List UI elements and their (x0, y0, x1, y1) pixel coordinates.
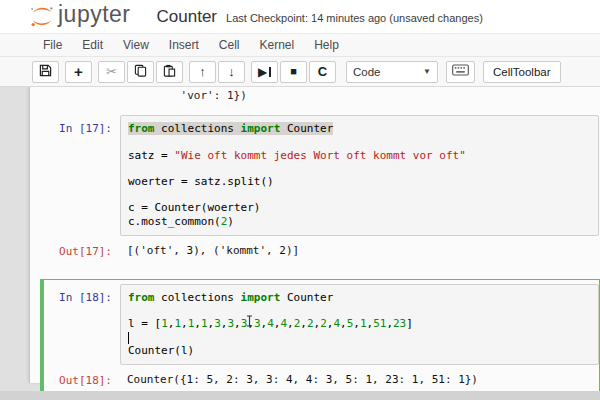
floppy-icon (39, 64, 52, 80)
jupyter-logo[interactable]: jupyter (29, 3, 131, 30)
chevron-down-icon: ▼ (423, 67, 431, 76)
scissors-icon: ✂ (106, 65, 117, 78)
interrupt-kernel-button[interactable]: ■ (280, 61, 307, 83)
scrolled-output-remnant: 'vor': 1}) (121, 89, 600, 102)
menu-item-kernel[interactable]: Kernel (250, 34, 305, 57)
toolbar-group: + (65, 61, 92, 83)
jupyter-logo-text: jupyter (58, 1, 131, 28)
restart-kernel-button[interactable]: C (309, 61, 336, 83)
code-input-area[interactable]: from collections import Counter l = [1,1… (120, 284, 599, 365)
run-icon: ▶ (258, 66, 267, 78)
output-prompt: Out[18]: (41, 367, 120, 387)
toolbar-group: ✂ (98, 61, 183, 83)
code-cell[interactable]: In [17]:from collections import Counter … (40, 110, 600, 271)
output-text: [('oft', 3), ('kommt', 2)] (120, 238, 599, 264)
toolbar: +✂↑↓▶■C Code ▼ CellToolbar (0, 57, 600, 87)
text-cursor (128, 332, 129, 344)
copy-icon (134, 64, 147, 80)
code-line (128, 331, 591, 344)
toolbar-group (32, 61, 59, 83)
code-line: from collections import Counter (128, 291, 591, 304)
code-line: satz = "Wie oft kommt jedes Wort oft kom… (128, 149, 591, 162)
code-line: woerter = satz.split() (128, 175, 591, 188)
cell-type-select[interactable]: Code ▼ (346, 61, 438, 83)
cell-type-value: Code (353, 66, 381, 78)
menu-item-edit[interactable]: Edit (72, 34, 113, 57)
stop-icon: ■ (290, 66, 297, 77)
header: jupyter Counter Last Checkpoint: 14 minu… (0, 0, 600, 34)
jupyter-logo-icon (29, 4, 55, 29)
keyboard-shortcuts-button[interactable] (446, 61, 475, 83)
run-cell-button[interactable]: ▶ (251, 61, 278, 83)
run-icon-bar (269, 67, 271, 77)
page-bottom-band (0, 391, 600, 400)
code-line: from collections import Counter (128, 122, 591, 135)
restart-icon: C (318, 65, 327, 78)
code-line: Counter(l) (128, 344, 591, 357)
menu-item-cell[interactable]: Cell (209, 34, 250, 57)
move-cell-down-button[interactable]: ↓ (218, 61, 245, 83)
plus-icon: + (74, 64, 83, 79)
output-prompt: Out[17]: (41, 238, 120, 258)
cell-toolbar-button[interactable]: CellToolbar (483, 61, 561, 83)
input-prompt: In [17]: (41, 115, 120, 135)
input-prompt: In [18]: (41, 284, 120, 304)
code-line (128, 188, 591, 201)
insert-cell-button[interactable]: + (65, 61, 92, 83)
save-notebook-button[interactable] (32, 61, 59, 83)
code-line (128, 135, 591, 148)
keyboard-icon (452, 64, 469, 79)
toolbar-group: ↑↓ (189, 61, 245, 83)
code-line: c = Counter(woerter) (128, 201, 591, 214)
paste-cells-button[interactable] (156, 61, 183, 83)
jupyter-notebook-app: jupyter Counter Last Checkpoint: 14 minu… (0, 0, 600, 400)
paste-icon (163, 64, 176, 80)
notebook-area[interactable]: 'vor': 1}) In [17]:from collections impo… (0, 87, 600, 400)
menu-item-help[interactable]: Help (304, 34, 349, 57)
notebook-container: 'vor': 1}) In [17]:from collections impo… (29, 87, 600, 383)
toolbar-group: ▶■C (251, 61, 336, 83)
cell-list: In [17]:from collections import Counter … (40, 110, 600, 400)
code-line (128, 162, 591, 175)
code-line: c.most_common(2) (128, 215, 591, 228)
output-text: Counter({1: 5, 2: 3, 3: 4, 4: 3, 5: 1, 2… (120, 367, 599, 393)
toolbar-button-groups: +✂↑↓▶■C (32, 61, 342, 83)
notebook-title[interactable]: Counter (157, 7, 217, 27)
move-cell-up-button[interactable]: ↑ (189, 61, 216, 83)
code-cell-selected[interactable]: In [18]:from collections import Counter … (40, 279, 600, 400)
code-line: l = [1,1,1,1,3,3,3,3,4,4,2,2,2,4,5,1,51,… (128, 317, 591, 330)
code-input-area[interactable]: from collections import Counter satz = "… (120, 115, 599, 236)
arrow-down-icon: ↓ (228, 65, 235, 78)
checkpoint-status: Last Checkpoint: 14 minutes ago (unsaved… (226, 12, 483, 24)
menu-item-insert[interactable]: Insert (159, 34, 209, 57)
cut-cells-button[interactable]: ✂ (98, 61, 125, 83)
code-line (128, 304, 591, 317)
copy-cells-button[interactable] (127, 61, 154, 83)
text-selection: from collections import Counter (128, 122, 333, 135)
arrow-up-icon: ↑ (199, 65, 206, 78)
menu-item-file[interactable]: File (33, 34, 72, 57)
mouse-ibeam-cursor (246, 315, 253, 327)
menubar: FileEditViewInsertCellKernelHelp (0, 34, 600, 57)
menu-item-view[interactable]: View (113, 34, 159, 57)
